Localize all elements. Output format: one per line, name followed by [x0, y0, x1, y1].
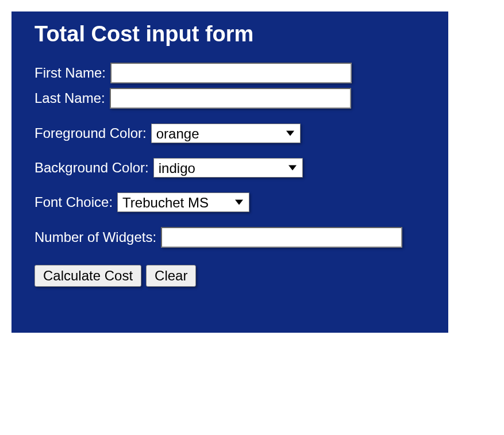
foreground-color-select-wrap: orange: [151, 124, 301, 143]
row-foreground-color: Foreground Color: orange: [34, 124, 425, 143]
row-widgets: Number of Widgets:: [34, 227, 425, 248]
foreground-color-select[interactable]: orange: [152, 124, 300, 143]
calculate-cost-button[interactable]: Calculate Cost: [34, 265, 141, 287]
widgets-label: Number of Widgets:: [34, 229, 156, 245]
row-font-choice: Font Choice: Trebuchet MS: [34, 193, 425, 212]
row-last-name: Last Name:: [34, 88, 425, 109]
widgets-input[interactable]: [161, 227, 402, 248]
font-choice-select-wrap: Trebuchet MS: [117, 193, 249, 212]
background-color-label: Background Color:: [34, 160, 149, 176]
foreground-color-label: Foreground Color:: [34, 125, 147, 141]
button-row: Calculate Cost Clear: [34, 265, 425, 287]
background-color-select-wrap: indigo: [153, 158, 303, 178]
font-choice-select[interactable]: Trebuchet MS: [118, 193, 249, 211]
row-background-color: Background Color: indigo: [34, 158, 425, 178]
last-name-label: Last Name:: [34, 90, 105, 106]
font-choice-label: Font Choice:: [34, 194, 113, 210]
form-title: Total Cost input form: [34, 22, 425, 47]
row-first-name: First Name:: [34, 63, 425, 83]
first-name-input[interactable]: [110, 63, 352, 83]
total-cost-form-panel: Total Cost input form First Name: Last N…: [11, 11, 448, 333]
clear-button[interactable]: Clear: [146, 265, 196, 287]
first-name-label: First Name:: [34, 65, 106, 81]
last-name-input[interactable]: [110, 88, 351, 109]
background-color-select[interactable]: indigo: [154, 159, 302, 177]
